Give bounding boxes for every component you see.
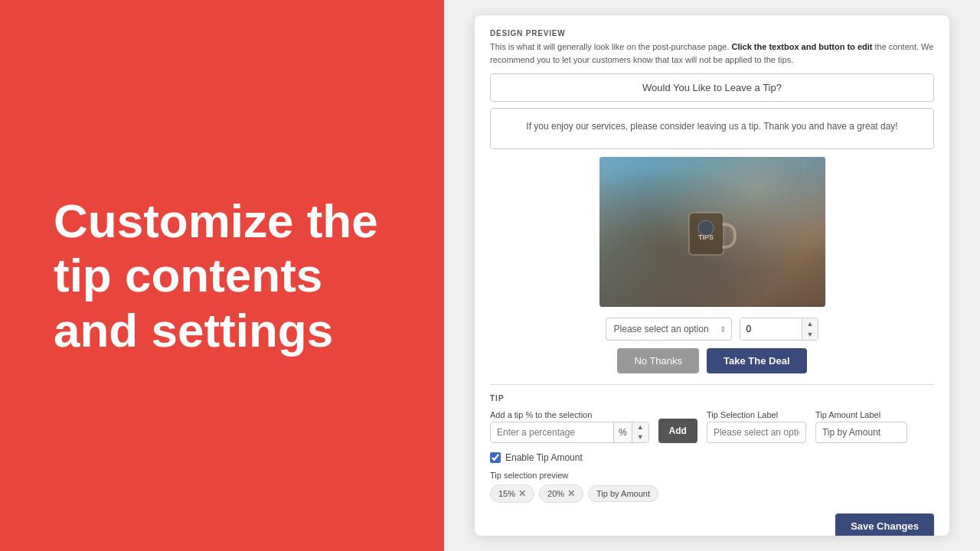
tip-tags-row: 15% ✕ 20% ✕ Tip by Amount	[490, 484, 934, 503]
select-wrapper: Please select an option	[606, 318, 732, 341]
tip-selection-group: Tip Selection Label	[707, 410, 806, 443]
action-buttons-row: No Thanks Take The Deal	[490, 348, 934, 373]
enable-tip-row: Enable Tip Amount	[490, 452, 934, 463]
tip-amount-input[interactable]	[815, 422, 907, 443]
svg-point-2	[698, 220, 714, 236]
tip-tag-20-remove[interactable]: ✕	[567, 488, 575, 499]
tip-amount-label: Tip Amount Label	[815, 410, 907, 419]
number-input-wrapper: ▲ ▼	[740, 318, 819, 341]
tip-tag-15: 15% ✕	[490, 484, 534, 503]
tip-section-label: TIP	[490, 394, 934, 403]
design-preview-desc: This is what it will generally look like…	[490, 41, 934, 66]
number-input[interactable]	[740, 318, 802, 340]
preview-image: TIPS	[599, 157, 825, 307]
save-button[interactable]: Save Changes	[835, 514, 934, 536]
preview-title-box[interactable]: Would You Like to Leave a Tip?	[490, 73, 934, 102]
tip-tag-15-label: 15%	[498, 489, 515, 498]
tip-selection-preview-label: Tip selection preview	[490, 471, 934, 480]
preview-image-container: TIPS	[490, 157, 934, 307]
tip-row: Add a tip % to the selection % ▲ ▼ Add T…	[490, 410, 934, 443]
page-title: Customize the tip contents and settings	[54, 194, 390, 357]
enable-tip-label: Enable Tip Amount	[505, 452, 583, 463]
tip-stepper: ▲ ▼	[632, 422, 648, 442]
preview-desc-box[interactable]: If you enjoy our services, please consid…	[490, 108, 934, 149]
no-thanks-button[interactable]: No Thanks	[617, 348, 699, 373]
tip-mug-icon: TIPS	[685, 201, 739, 262]
tip-percentage-input[interactable]	[491, 422, 613, 442]
add-tip-group: Add a tip % to the selection % ▲ ▼	[490, 410, 649, 443]
right-panel: DESIGN PREVIEW This is what it will gene…	[444, 0, 980, 551]
tip-tag-20: 20% ✕	[539, 484, 583, 503]
take-deal-button[interactable]: Take The Deal	[707, 348, 806, 373]
option-select[interactable]: Please select an option	[606, 318, 732, 341]
enable-tip-checkbox[interactable]	[490, 452, 501, 463]
left-panel: Customize the tip contents and settings	[0, 0, 444, 551]
tip-input-row: % ▲ ▼	[490, 422, 649, 443]
divider	[490, 384, 934, 385]
design-preview-label: DESIGN PREVIEW	[490, 29, 934, 37]
save-row: Save Changes	[490, 514, 934, 536]
tip-stepper-down[interactable]: ▼	[632, 432, 648, 442]
add-tip-label: Add a tip % to the selection	[490, 410, 649, 419]
tip-selection-input[interactable]	[707, 422, 806, 443]
add-tip-button[interactable]: Add	[658, 419, 697, 443]
number-stepper: ▲ ▼	[802, 318, 818, 340]
tip-tag-15-remove[interactable]: ✕	[518, 488, 526, 499]
stepper-down-btn[interactable]: ▼	[802, 329, 818, 340]
tip-tag-20-label: 20%	[547, 489, 564, 498]
design-card: DESIGN PREVIEW This is what it will gene…	[475, 15, 949, 536]
tip-amount-group: Tip Amount Label	[815, 410, 907, 443]
tip-stepper-up[interactable]: ▲	[632, 422, 648, 432]
stepper-up-btn[interactable]: ▲	[802, 318, 818, 329]
pct-label: %	[613, 422, 632, 442]
tip-selection-label: Tip Selection Label	[707, 410, 806, 419]
tip-tag-by-amount: Tip by Amount	[588, 485, 658, 502]
controls-row: Please select an option ▲ ▼	[490, 318, 934, 341]
preview-desc-text: If you enjoy our services, please consid…	[526, 121, 897, 132]
preview-title-text: Would You Like to Leave a Tip?	[642, 82, 782, 93]
